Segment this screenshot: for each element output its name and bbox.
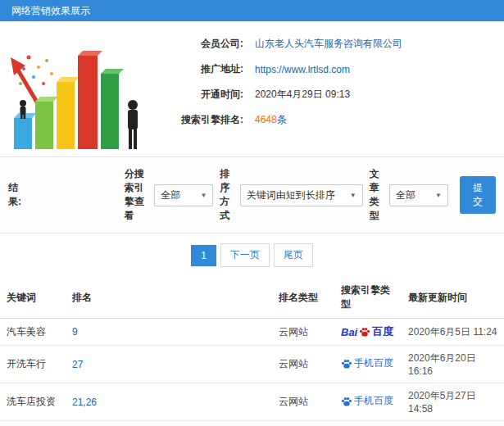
updated-cell: 2020年5月27日 14:58 [402,383,504,421]
result-section-label: 结果: [8,181,26,209]
chevron-down-icon: ▼ [350,192,356,199]
sort-filter-value: 关键词由短到长排序 [247,188,335,202]
submit-button[interactable]: 提交 [460,176,496,214]
keyword-cell: 汽车美容 [0,319,66,346]
mobile-baidu-text: 手机百度 [354,356,393,370]
site-link[interactable]: https://www.lrtlsd.com [255,64,350,75]
engine-cell: Bai百度 [334,421,402,426]
site-row: 推广地址: https://www.lrtlsd.com [152,58,402,80]
header-rank-type: 排名类型 [272,277,334,319]
next-page-button[interactable]: 下一页 [220,243,270,267]
info-panel: 会员公司: 山东老人头汽车服务咨询有限公司 推广地址: https://www.… [0,21,504,157]
table-row: 开洗车行 27 云网站 手机百度 2020年6月20日 16:16 [0,346,504,383]
baidu-logo-text: Bai [341,326,357,338]
updated-cell: 2020年6月20日 16:16 [402,346,504,383]
rank-count-label: 搜索引擎排名: [152,113,243,127]
baidu-logo-cn-text: 百度 [372,324,393,339]
bar-chart-graphic [6,26,147,151]
rank-cell: 8 [66,421,272,426]
results-table: 关键词 排名 排名类型 搜索引擎类型 最新更新时间 汽车美容 9 云网站 Bai… [0,277,504,426]
engine-filter-select[interactable]: 全部 ▼ [154,184,213,206]
rank-type-cell: 云网站 [272,421,334,426]
chevron-down-icon: ▼ [200,192,207,199]
rank-count-number: 4648 [255,114,277,125]
updated-cell: 2020年6月2日 16:12 [402,421,504,426]
rank-count-unit: 条 [277,114,287,125]
mobile-baidu-logo: 手机百度 [341,394,393,408]
table-header: 关键词 排名 排名类型 搜索引擎类型 最新更新时间 [0,277,504,319]
page-header-bar: 网络营销效果展示 [0,0,504,21]
company-info-fields: 会员公司: 山东老人头汽车服务咨询有限公司 推广地址: https://www.… [152,28,402,148]
table-body: 汽车美容 9 云网站 Bai百度 2020年6月5日 11:24 开洗车行 27… [0,319,504,426]
page-title: 网络营销效果展示 [11,5,90,16]
table-row: 汽车加盟店 8 云网站 Bai百度 2020年6月2日 16:12 [0,421,504,426]
header-rank: 排名 [66,277,272,319]
rank-cell: 27 [66,346,272,383]
engine-cell: 手机百度 [334,346,402,383]
sort-filter-select[interactable]: 关键词由短到长排序 ▼ [240,184,363,206]
rank-cell: 9 [66,319,272,346]
mobile-baidu-text: 手机百度 [354,394,393,408]
filter-band: 结果: 分搜索引擎查看 全部 ▼ 排序方式 关键词由短到长排序 ▼ 文章类型 全… [0,157,504,233]
rank-cell: 21,26 [66,383,272,421]
filter-controls: 分搜索引擎查看 全部 ▼ 排序方式 关键词由短到长排序 ▼ 文章类型 全部 ▼ … [125,167,496,223]
engine-filter-label: 分搜索引擎查看 [125,167,148,223]
company-link[interactable]: 山东老人头汽车服务咨询有限公司 [255,37,402,51]
updated-cell: 2020年6月5日 11:24 [402,319,504,346]
baidu-paw-icon [341,358,352,369]
open-time-value: 2020年4月29日 09:13 [255,88,350,102]
rank-count-value: 4648条 [255,113,287,127]
rank-type-cell: 云网站 [272,346,334,383]
rank-link[interactable]: 27 [72,359,83,370]
baidu-logo: Bai百度 [341,324,393,339]
company-label: 会员公司: [152,37,243,51]
rank-type-cell: 云网站 [272,319,334,346]
company-row: 会员公司: 山东老人头汽车服务咨询有限公司 [152,33,402,55]
rank-link[interactable]: 9 [72,326,78,338]
keyword-cell: 洗车店投资 [0,383,66,421]
baidu-paw-icon [359,326,370,338]
article-type-label: 文章类型 [370,167,383,223]
keyword-cell: 汽车加盟店 [0,421,66,426]
article-type-select[interactable]: 全部 ▼ [389,184,448,206]
article-type-value: 全部 [396,188,415,202]
last-page-button[interactable]: 尾页 [274,243,313,267]
site-label: 推广地址: [152,62,243,76]
mobile-baidu-logo: 手机百度 [341,356,393,370]
rank-type-cell: 云网站 [272,383,334,421]
chevron-down-icon: ▼ [435,192,442,199]
engine-cell: Bai百度 [334,319,402,346]
header-engine-type: 搜索引擎类型 [334,277,402,319]
table-row: 洗车店投资 21,26 云网站 手机百度 2020年5月27日 14:58 [0,383,504,421]
baidu-paw-icon [341,396,352,407]
page-number-current[interactable]: 1 [191,245,216,266]
engine-cell: 手机百度 [334,383,402,421]
pagination: 1 下一页 尾页 [0,233,504,277]
open-time-row: 开通时间: 2020年4月29日 09:13 [152,84,402,106]
rank-link[interactable]: 21,26 [72,397,97,408]
open-time-label: 开通时间: [152,88,243,102]
header-updated: 最新更新时间 [402,277,504,319]
table-row: 汽车美容 9 云网站 Bai百度 2020年6月5日 11:24 [0,319,504,346]
engine-filter-value: 全部 [161,188,180,202]
marketing-chart-image [0,28,152,148]
keyword-cell: 开洗车行 [0,346,66,383]
rank-count-row: 搜索引擎排名: 4648条 [152,109,402,131]
sort-filter-label: 排序方式 [220,167,233,223]
header-keyword: 关键词 [0,277,66,319]
